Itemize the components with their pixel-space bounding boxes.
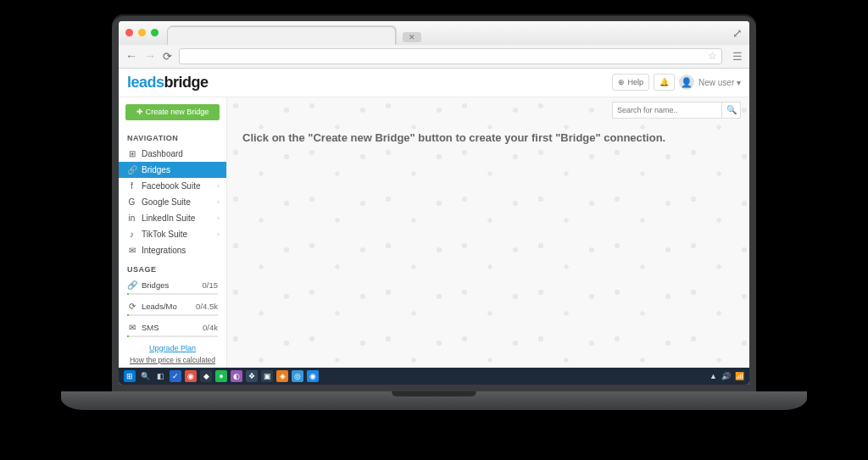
usage-value: 0/4k bbox=[203, 323, 218, 332]
usage-label: Bridges bbox=[142, 280, 169, 290]
search-button[interactable]: 🔍 bbox=[722, 102, 741, 119]
address-bar[interactable]: ☆ bbox=[179, 48, 722, 64]
dashboard-icon: ⊞ bbox=[127, 149, 136, 158]
nav-google[interactable]: G Google Suite › bbox=[119, 194, 226, 210]
tray-icon[interactable]: ▲ bbox=[709, 372, 717, 380]
screen: ✕ ⤢ ← → ⟳ ☆ ☰ leadsbridge bbox=[119, 21, 749, 385]
user-menu[interactable]: New user ▾ bbox=[698, 78, 741, 87]
taskbar-app[interactable]: ● bbox=[215, 370, 227, 382]
taskbar-app[interactable]: ✓ bbox=[170, 370, 181, 382]
nav-label: Google Suite bbox=[142, 197, 191, 207]
back-button[interactable]: ← bbox=[125, 49, 137, 63]
taskbar-search-icon[interactable]: 🔍 bbox=[139, 370, 151, 382]
chevron-down-icon: ▾ bbox=[737, 78, 741, 87]
screen-bezel: ✕ ⤢ ← → ⟳ ☆ ☰ leadsbridge bbox=[112, 14, 756, 391]
nav-label: LinkedIn Suite bbox=[142, 213, 195, 223]
laptop-base bbox=[61, 391, 807, 410]
minimize-icon[interactable] bbox=[138, 29, 146, 36]
avatar[interactable]: 👤 bbox=[679, 75, 694, 90]
usage-bar bbox=[127, 335, 218, 337]
help-icon: ⊕ bbox=[618, 78, 625, 86]
start-button[interactable]: ⊞ bbox=[124, 370, 136, 382]
browser-tab[interactable] bbox=[167, 26, 396, 45]
nav-facebook[interactable]: f Facebook Suite › bbox=[119, 178, 226, 194]
nav-label: Integrations bbox=[142, 246, 186, 255]
volume-icon[interactable]: 🔊 bbox=[721, 372, 731, 380]
sidebar: ✚ Create new Bridge NAVIGATION ⊞ Dashboa… bbox=[119, 97, 227, 368]
taskbar-app[interactable]: ◎ bbox=[292, 370, 303, 382]
close-icon[interactable] bbox=[125, 29, 133, 36]
taskbar-app[interactable]: ◐ bbox=[231, 370, 242, 382]
tiktok-icon: ♪ bbox=[127, 230, 136, 239]
browser-toolbar: ← → ⟳ ☆ ☰ bbox=[119, 45, 749, 69]
chevron-right-icon: › bbox=[217, 214, 220, 222]
usage-leads: ⟳ Leads/Mo 0/4.5k bbox=[119, 298, 226, 314]
nav-label: Bridges bbox=[142, 165, 170, 175]
browser-menu-icon[interactable]: ☰ bbox=[732, 50, 743, 63]
taskbar-app[interactable]: ◉ bbox=[185, 370, 197, 382]
usage-bar bbox=[127, 293, 218, 295]
nav-label: Facebook Suite bbox=[142, 181, 201, 191]
taskbar-app[interactable]: ❖ bbox=[246, 370, 258, 382]
usage-value: 0/4.5k bbox=[196, 302, 218, 311]
usage-label: SMS bbox=[142, 323, 159, 332]
refresh-icon: ⟳ bbox=[127, 302, 136, 311]
nav-dashboard[interactable]: ⊞ Dashboard bbox=[119, 146, 226, 162]
user-icon: 👤 bbox=[681, 77, 693, 88]
chevron-right-icon: › bbox=[217, 230, 220, 238]
browser-tab-strip: ✕ ⤢ bbox=[119, 21, 749, 45]
search-input[interactable] bbox=[612, 102, 722, 119]
taskbar-app[interactable]: ◉ bbox=[307, 370, 319, 382]
brand-logo[interactable]: leadsbridge bbox=[127, 74, 209, 91]
facebook-icon: f bbox=[127, 181, 136, 191]
usage-value: 0/15 bbox=[203, 280, 219, 290]
chevron-right-icon: › bbox=[217, 198, 220, 206]
create-label: Create new Bridge bbox=[146, 108, 209, 116]
mail-icon: ✉ bbox=[127, 323, 136, 332]
usage-sms: ✉ SMS 0/4k bbox=[119, 319, 226, 335]
create-bridge-button[interactable]: ✚ Create new Bridge bbox=[125, 104, 220, 120]
usage-label: Leads/Mo bbox=[142, 302, 177, 311]
forward-button[interactable]: → bbox=[144, 49, 156, 63]
bookmark-icon[interactable]: ☆ bbox=[708, 50, 717, 62]
help-button[interactable]: ⊕ Help bbox=[612, 74, 649, 91]
os-taskbar: ⊞ 🔍 ◧ ✓ ◉ ◆ ● ◐ ❖ ▣ ◈ ◎ ◉ ▲ 🔊 📶 bbox=[119, 368, 749, 385]
search-icon: 🔍 bbox=[726, 105, 737, 114]
brand-part1: leads bbox=[127, 74, 164, 91]
nav-label: Dashboard bbox=[142, 149, 183, 158]
network-icon[interactable]: 📶 bbox=[735, 372, 744, 380]
taskbar-app[interactable]: ▣ bbox=[261, 370, 273, 382]
linkedin-icon: in bbox=[127, 213, 136, 223]
main-content: 🔍 Click on the "Create new Bridge" butto… bbox=[227, 97, 749, 368]
google-icon: G bbox=[127, 197, 136, 207]
nav-integrations[interactable]: ✉ Integrations bbox=[119, 242, 226, 258]
laptop-frame: ✕ ⤢ ← → ⟳ ☆ ☰ leadsbridge bbox=[61, 14, 807, 430]
chevron-right-icon: › bbox=[217, 182, 220, 190]
nav-tiktok[interactable]: ♪ TikTok Suite › bbox=[119, 226, 226, 242]
header-actions: ⊕ Help 🔔 👤 New user ▾ bbox=[612, 74, 741, 91]
app-header: leadsbridge ⊕ Help 🔔 👤 bbox=[119, 69, 749, 97]
new-tab-button[interactable]: ✕ bbox=[403, 32, 421, 42]
task-view-icon[interactable]: ◧ bbox=[154, 370, 166, 382]
usage-bar bbox=[127, 314, 218, 316]
usage-section-title: USAGE bbox=[119, 258, 226, 277]
nav-linkedin[interactable]: in LinkedIn Suite › bbox=[119, 210, 226, 226]
brand-part2: bridge bbox=[164, 74, 209, 91]
nav-label: TikTok Suite bbox=[142, 230, 187, 239]
maximize-icon[interactable] bbox=[151, 29, 159, 36]
reload-button[interactable]: ⟳ bbox=[163, 50, 172, 63]
application: leadsbridge ⊕ Help 🔔 👤 bbox=[119, 69, 749, 368]
price-info-link[interactable]: How the price is calculated bbox=[119, 356, 226, 368]
app-body: ✚ Create new Bridge NAVIGATION ⊞ Dashboa… bbox=[119, 97, 749, 368]
content-toolbar: 🔍 bbox=[227, 97, 749, 123]
taskbar-app[interactable]: ◈ bbox=[276, 370, 288, 382]
fullscreen-icon[interactable]: ⤢ bbox=[732, 26, 743, 40]
system-tray: ▲ 🔊 📶 bbox=[709, 372, 744, 380]
nav-bridges[interactable]: 🔗 Bridges bbox=[119, 162, 226, 178]
upgrade-plan-link[interactable]: Upgrade Plan bbox=[119, 341, 226, 356]
window-controls bbox=[125, 29, 159, 36]
usage-bridges: 🔗 Bridges 0/15 bbox=[119, 277, 226, 293]
notifications-button[interactable]: 🔔 bbox=[654, 74, 675, 91]
taskbar-app[interactable]: ◆ bbox=[200, 370, 212, 382]
user-label: New user bbox=[698, 78, 734, 87]
